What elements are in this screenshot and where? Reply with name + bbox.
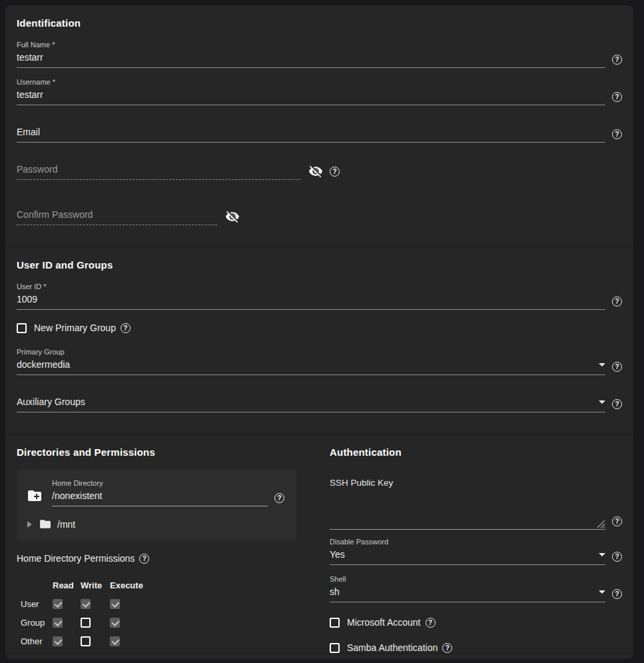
section-directories-authentication: Directories and Permissions Home Directo… <box>5 434 633 653</box>
auxiliary-groups-field[interactable]: Auxiliary Groups <box>17 385 622 412</box>
primary-group-dropdown-arrow-icon[interactable] <box>599 363 605 366</box>
textarea-resize-handle-icon[interactable] <box>597 520 605 528</box>
samba-authentication-label: Samba Authentication <box>347 642 438 653</box>
confirm-password-placeholder[interactable]: Confirm Password <box>17 209 217 221</box>
password-visibility-toggle-icon[interactable] <box>308 164 323 179</box>
full-name-value[interactable]: testarr <box>17 52 605 63</box>
home-directory-help-icon[interactable] <box>274 493 284 503</box>
home-directory-permissions-row: Home Directory Permissions <box>17 553 314 564</box>
samba-authentication-checkbox[interactable] <box>330 643 340 653</box>
home-directory-tree-panel: Home Directory /nonexistent /mnt <box>17 470 296 540</box>
samba-authentication-row: Samba Authentication <box>330 642 622 653</box>
shell-field[interactable]: Shell sh <box>330 575 622 602</box>
disable-password-value[interactable]: Yes <box>330 549 593 560</box>
primary-group-help-icon[interactable] <box>612 362 622 372</box>
perm-row-other-label: Other <box>21 636 53 646</box>
email-label[interactable]: Email <box>17 127 605 138</box>
user-id-help-icon[interactable] <box>612 297 622 307</box>
samba-authentication-help-icon[interactable] <box>442 643 452 653</box>
perm-row-group-label: Group <box>21 618 53 628</box>
permissions-table: Read Write Execute User Group <box>21 576 314 650</box>
perm-user-execute-checkbox[interactable] <box>110 599 120 609</box>
section-title-identification: Identification <box>17 17 622 29</box>
section-title-user-id-groups: User ID and Groups <box>17 259 622 271</box>
tree-item-mnt[interactable]: /mnt <box>25 518 296 530</box>
tree-expand-icon[interactable] <box>27 521 32 528</box>
perm-group-read-checkbox[interactable] <box>53 618 63 628</box>
ssh-public-key-help-icon[interactable] <box>612 516 622 526</box>
user-id-label: User ID * <box>17 283 605 291</box>
home-directory-permissions-label: Home Directory Permissions <box>17 553 135 564</box>
email-help-icon[interactable] <box>612 129 622 139</box>
home-directory-permissions-help-icon[interactable] <box>139 554 149 564</box>
microsoft-account-checkbox[interactable] <box>330 618 340 628</box>
new-primary-group-label: New Primary Group <box>34 323 116 333</box>
shell-dropdown-arrow-icon[interactable] <box>599 590 605 594</box>
section-user-id-groups: User ID and Groups User ID * 1009 New Pr… <box>5 247 633 434</box>
authentication-column: Authentication SSH Public Key Disable Pa… <box>330 441 622 653</box>
ssh-public-key-field: SSH Public Key <box>330 478 622 530</box>
new-primary-group-row: New Primary Group <box>17 323 622 333</box>
section-identification: Identification Full Name * testarr Usern… <box>5 5 633 247</box>
full-name-label: Full Name * <box>17 41 605 49</box>
home-directory-field[interactable]: Home Directory /nonexistent <box>52 479 268 506</box>
section-title-directories: Directories and Permissions <box>17 446 314 458</box>
password-placeholder[interactable]: Password <box>17 164 300 175</box>
full-name-field[interactable]: Full Name * testarr <box>17 41 622 68</box>
new-primary-group-help-icon[interactable] <box>121 323 131 333</box>
disable-password-help-icon[interactable] <box>612 552 622 562</box>
confirm-password-visibility-toggle-icon[interactable] <box>225 209 240 224</box>
auxiliary-groups-label[interactable]: Auxiliary Groups <box>17 396 593 408</box>
shell-label: Shell <box>330 575 605 584</box>
password-field: Password <box>17 153 622 180</box>
permissions-row-other: Other <box>21 632 314 650</box>
form-actions-bar: SUBMIT CANCEL DOWNLOAD SSH PUBLIC KEY <box>5 653 633 659</box>
username-field[interactable]: Username * testarr <box>17 78 622 105</box>
perm-col-execute: Execute <box>110 580 151 590</box>
shell-help-icon[interactable] <box>612 589 622 599</box>
tree-item-mnt-label: /mnt <box>57 519 75 530</box>
permissions-row-group: Group <box>21 613 314 632</box>
perm-user-read-checkbox[interactable] <box>53 599 63 609</box>
ssh-public-key-label[interactable]: SSH Public Key <box>330 478 605 488</box>
primary-group-label: Primary Group <box>17 348 605 356</box>
primary-group-value[interactable]: dockermedia <box>17 359 593 370</box>
folder-icon <box>38 518 53 530</box>
perm-group-write-checkbox[interactable] <box>81 618 91 628</box>
perm-row-user-label: User <box>21 599 53 609</box>
permissions-header-row: Read Write Execute <box>21 576 314 594</box>
ssh-public-key-textarea[interactable] <box>330 488 605 529</box>
disable-password-dropdown-arrow-icon[interactable] <box>599 553 605 556</box>
perm-other-write-checkbox[interactable] <box>81 636 91 646</box>
username-help-icon[interactable] <box>612 92 622 102</box>
perm-col-read: Read <box>53 580 81 590</box>
permissions-row-user: User <box>21 594 314 613</box>
user-form-card: Identification Full Name * testarr Usern… <box>5 5 633 659</box>
directories-column: Directories and Permissions Home Directo… <box>17 441 314 653</box>
microsoft-account-label: Microsoft Account <box>347 617 421 628</box>
auxiliary-groups-help-icon[interactable] <box>612 399 622 409</box>
microsoft-account-help-icon[interactable] <box>426 618 436 628</box>
confirm-password-field: Confirm Password <box>17 198 622 225</box>
disable-password-field[interactable]: Disable Password Yes <box>330 538 622 565</box>
perm-other-read-checkbox[interactable] <box>53 636 63 646</box>
username-value[interactable]: testarr <box>17 89 605 101</box>
shell-value[interactable]: sh <box>330 586 593 598</box>
home-directory-value[interactable]: /nonexistent <box>52 490 268 502</box>
user-id-value[interactable]: 1009 <box>17 294 605 305</box>
disable-password-label: Disable Password <box>330 538 605 546</box>
perm-user-write-checkbox[interactable] <box>81 599 91 609</box>
section-title-authentication: Authentication <box>330 446 622 458</box>
user-id-field[interactable]: User ID * 1009 <box>17 283 622 310</box>
create-new-folder-icon[interactable] <box>25 488 44 504</box>
new-primary-group-checkbox[interactable] <box>17 323 27 333</box>
primary-group-field[interactable]: Primary Group dockermedia <box>17 348 622 375</box>
perm-other-execute-checkbox[interactable] <box>110 636 120 646</box>
full-name-help-icon[interactable] <box>612 55 622 65</box>
password-help-icon[interactable] <box>330 167 340 177</box>
perm-group-execute-checkbox[interactable] <box>110 618 120 628</box>
microsoft-account-row: Microsoft Account <box>330 617 622 628</box>
email-field[interactable]: Email <box>17 115 622 143</box>
auxiliary-groups-dropdown-arrow-icon[interactable] <box>599 400 605 404</box>
home-directory-label: Home Directory <box>52 479 268 488</box>
